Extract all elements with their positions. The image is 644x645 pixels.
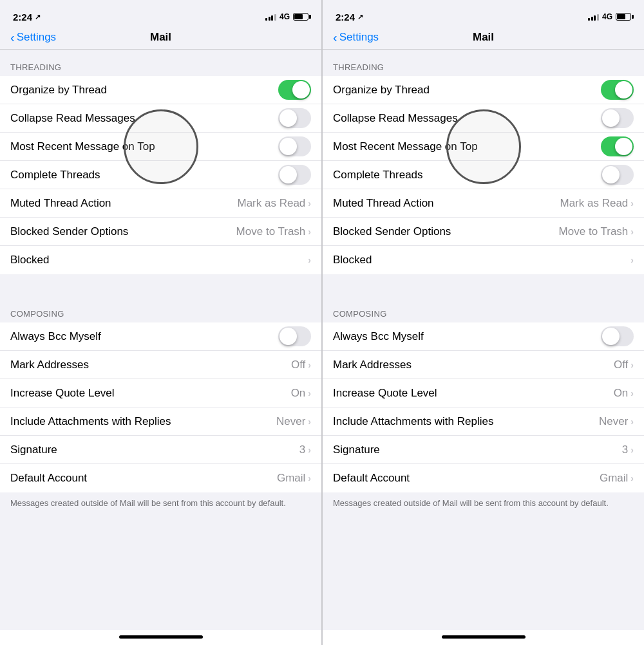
row-quote-level-right[interactable]: Increase Quote Level On › [323, 379, 644, 407]
row-blocked-sender-right[interactable]: Blocked Sender Options Move to Trash › [323, 218, 644, 246]
composing-group-right: Always Bcc Myself Mark Addresses Off › I… [323, 322, 644, 492]
label-blocked-left: Blocked [10, 254, 308, 266]
row-blocked-sender-left[interactable]: Blocked Sender Options Move to Trash › [0, 218, 321, 246]
toggle-complete-threads-right[interactable] [601, 165, 634, 185]
label-signature-left: Signature [10, 444, 299, 456]
signal-bar-r3 [594, 15, 596, 21]
row-complete-threads-right[interactable]: Complete Threads [323, 161, 644, 189]
status-time-right: 2:24 ↗ [336, 12, 363, 23]
chevron-attachments-left: › [308, 416, 311, 427]
battery-fill-right [617, 14, 625, 19]
footer-note-right: Messages created outside of Mail will be… [323, 492, 644, 517]
row-most-recent-right[interactable]: Most Recent Message on Top [323, 133, 644, 161]
row-default-account-right[interactable]: Default Account Gmail › [323, 464, 644, 492]
signal-bar-2 [269, 17, 270, 21]
time-left: 2:24 [13, 12, 32, 23]
toggle-organize-thread-right[interactable] [601, 80, 634, 100]
toggle-bcc-left[interactable] [278, 326, 311, 346]
label-blocked-sender-right: Blocked Sender Options [333, 225, 559, 238]
toggle-collapse-read-left[interactable] [278, 108, 311, 128]
composing-header-left: COMPOSING [0, 296, 321, 322]
value-default-account-right: Gmail [600, 472, 628, 485]
label-muted-thread-right: Muted Thread Action [333, 197, 560, 210]
label-most-recent-left: Most Recent Message on Top [10, 140, 278, 153]
row-collapse-read-right[interactable]: Collapse Read Messages [323, 104, 644, 133]
toggle-most-recent-left[interactable] [278, 136, 311, 156]
row-attachments-left[interactable]: Include Attachments with Replies Never › [0, 407, 321, 436]
toggle-collapse-read-right[interactable] [601, 108, 634, 128]
row-blocked-left[interactable]: Blocked › [0, 246, 321, 274]
value-mark-addresses-left: Off [291, 359, 305, 371]
toggle-thumb-collapse-left [279, 109, 297, 127]
chevron-mark-addresses-right: › [630, 360, 634, 370]
chevron-signature-right: › [630, 445, 634, 455]
chevron-signature-left: › [308, 445, 311, 455]
toggle-bcc-right[interactable] [601, 326, 634, 346]
status-right-left: 4G [265, 12, 308, 21]
row-organize-thread-right[interactable]: Organize by Thread [323, 76, 644, 104]
back-button-right[interactable]: ‹ Settings [333, 31, 379, 44]
row-quote-level-left[interactable]: Increase Quote Level On › [0, 379, 321, 407]
row-mark-addresses-right[interactable]: Mark Addresses Off › [323, 351, 644, 379]
label-signature-right: Signature [333, 444, 622, 456]
row-muted-thread-right[interactable]: Muted Thread Action Mark as Read › [323, 189, 644, 218]
chevron-attachments-right: › [630, 416, 634, 427]
location-icon-left: ↗ [35, 13, 41, 21]
lte-label-left: 4G [279, 12, 290, 21]
lte-label-right: 4G [602, 12, 612, 21]
back-label-left: Settings [17, 31, 56, 44]
threading-group-right: Organize by Thread Collapse Read Message… [323, 76, 644, 274]
chevron-default-account-right: › [630, 473, 634, 483]
label-collapse-read-left: Collapse Read Messages [10, 112, 278, 125]
toggle-thumb-most-recent-left [279, 138, 297, 155]
row-muted-thread-left[interactable]: Muted Thread Action Mark as Read › [0, 189, 321, 218]
row-complete-threads-left[interactable]: Complete Threads [0, 161, 321, 189]
chevron-blocked-left: › [308, 255, 311, 265]
back-chevron-right: ‹ [333, 31, 337, 44]
status-bar-right: 2:24 ↗ 4G [323, 0, 644, 28]
status-bar-left: 2:24 ↗ 4G [0, 0, 321, 28]
chevron-blocked-sender-left: › [308, 227, 311, 237]
row-mark-addresses-left[interactable]: Mark Addresses Off › [0, 351, 321, 379]
row-blocked-right[interactable]: Blocked › [323, 246, 644, 274]
left-panel: 2:24 ↗ 4G ‹ Settings Mail THREADING [0, 0, 322, 645]
value-muted-thread-right: Mark as Read [560, 197, 629, 210]
signal-bar-3 [271, 15, 273, 21]
toggle-thumb-complete-right [602, 166, 620, 183]
label-quote-level-right: Increase Quote Level [333, 387, 614, 400]
signal-bar-1 [265, 18, 267, 21]
status-time-left: 2:24 ↗ [13, 12, 41, 23]
label-attachments-left: Include Attachments with Replies [10, 415, 276, 428]
row-most-recent-left[interactable]: Most Recent Message on Top [0, 133, 321, 161]
row-default-account-left[interactable]: Default Account Gmail › [0, 464, 321, 492]
chevron-mark-addresses-left: › [308, 360, 311, 370]
section-gap-left [0, 274, 321, 296]
row-collapse-read-left[interactable]: Collapse Read Messages [0, 104, 321, 133]
time-right: 2:24 [336, 12, 355, 23]
signal-bar-r4 [597, 14, 599, 21]
value-muted-thread-left: Mark as Read [238, 197, 306, 210]
home-bar-right [442, 635, 526, 639]
row-bcc-right[interactable]: Always Bcc Myself [323, 322, 644, 351]
right-panel: 2:24 ↗ 4G ‹ Settings Mail THREADING [322, 0, 644, 645]
row-signature-right[interactable]: Signature 3 › [323, 436, 644, 464]
row-bcc-left[interactable]: Always Bcc Myself [0, 322, 321, 351]
row-signature-left[interactable]: Signature 3 › [0, 436, 321, 464]
label-bcc-left: Always Bcc Myself [10, 330, 278, 343]
toggle-organize-thread-left[interactable] [278, 80, 311, 100]
label-mark-addresses-right: Mark Addresses [333, 359, 614, 371]
toggle-most-recent-right[interactable] [601, 136, 634, 156]
toggle-complete-threads-left[interactable] [278, 165, 311, 185]
composing-group-left: Always Bcc Myself Mark Addresses Off › I… [0, 322, 321, 492]
back-button-left[interactable]: ‹ Settings [10, 31, 56, 44]
label-most-recent-right: Most Recent Message on Top [333, 140, 601, 153]
label-default-account-left: Default Account [10, 472, 277, 485]
label-blocked-sender-left: Blocked Sender Options [10, 225, 236, 238]
section-gap-right [323, 274, 644, 296]
battery-fill-left [294, 14, 303, 19]
row-organize-thread-left[interactable]: Organize by Thread [0, 76, 321, 104]
chevron-default-account-left: › [308, 473, 311, 483]
footer-note-left: Messages created outside of Mail will be… [0, 492, 321, 517]
row-attachments-right[interactable]: Include Attachments with Replies Never › [323, 407, 644, 436]
label-attachments-right: Include Attachments with Replies [333, 415, 599, 428]
